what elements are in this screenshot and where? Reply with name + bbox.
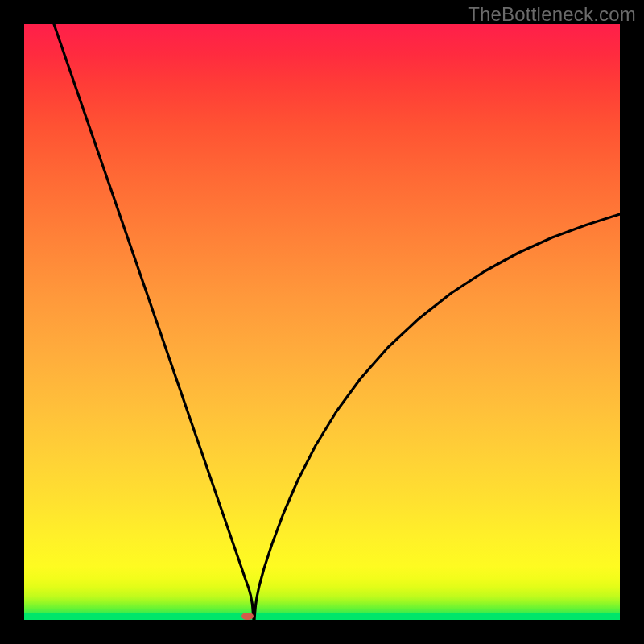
watermark-text: TheBottleneck.com [468, 3, 636, 26]
curve-path [54, 24, 620, 620]
chart-frame: TheBottleneck.com [0, 0, 644, 644]
bottleneck-curve [24, 24, 620, 620]
minimum-marker [242, 613, 254, 620]
